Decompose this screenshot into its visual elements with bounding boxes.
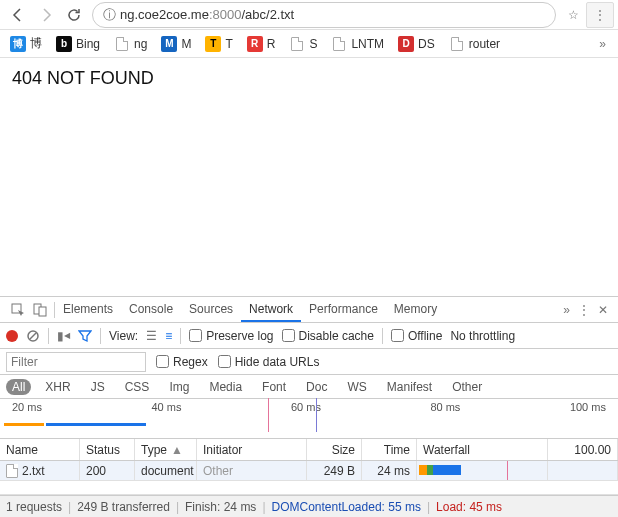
bookmark-item[interactable]: bBing <box>50 33 106 54</box>
tab-memory[interactable]: Memory <box>386 298 445 321</box>
bookmark-label: T <box>225 37 232 51</box>
bookmark-label: R <box>267 37 276 51</box>
row-time: 24 ms <box>362 461 417 480</box>
bookmark-icon <box>449 36 465 52</box>
preserve-log-checkbox[interactable]: Preserve log <box>189 329 273 343</box>
tab-console[interactable]: Console <box>121 298 181 321</box>
address-bar[interactable]: ⓘ ng.coe2coe.me:8000/abc/2.txt <box>92 2 556 28</box>
row-initiator: Other <box>197 461 307 480</box>
type-filter-row: AllXHRJSCSSImgMediaFontDocWSManifestOthe… <box>0 375 618 399</box>
bookmarks-bar: 博博bBingngMMTTRRSLNTMDDSrouter » <box>0 30 618 58</box>
svg-rect-2 <box>39 307 46 316</box>
clear-icon[interactable] <box>26 329 40 343</box>
camera-icon[interactable]: ▮◀ <box>57 329 70 343</box>
page-content: 404 NOT FOUND <box>0 58 618 296</box>
row-name: 2.txt <box>22 464 45 478</box>
addr-path: /abc/2.txt <box>241 7 294 22</box>
tab-sources[interactable]: Sources <box>181 298 241 321</box>
devtools-tabs: ElementsConsoleSourcesNetworkPerformance… <box>0 297 618 323</box>
bookmarks-overflow[interactable]: » <box>591 37 614 51</box>
type-filter-img[interactable]: Img <box>163 379 195 395</box>
offline-checkbox[interactable]: Offline <box>391 329 442 343</box>
view-list-icon[interactable]: ☰ <box>146 329 157 343</box>
menu-button[interactable]: ⋮ <box>586 2 614 28</box>
header-name[interactable]: Name <box>0 439 80 460</box>
file-icon <box>6 464 18 478</box>
bookmark-item[interactable]: MM <box>155 33 197 54</box>
type-filter-manifest[interactable]: Manifest <box>381 379 438 395</box>
page-body-text: 404 NOT FOUND <box>12 68 154 88</box>
row-type: document <box>135 461 197 480</box>
disable-cache-checkbox[interactable]: Disable cache <box>282 329 374 343</box>
type-filter-ws[interactable]: WS <box>341 379 372 395</box>
back-button[interactable] <box>4 2 32 28</box>
bookmark-icon: T <box>205 36 221 52</box>
bookmark-item[interactable]: RR <box>241 33 282 54</box>
type-filter-css[interactable]: CSS <box>119 379 156 395</box>
view-frames-icon[interactable]: ≡ <box>165 329 172 343</box>
bookmark-label: ng <box>134 37 147 51</box>
filter-icon[interactable] <box>78 329 92 343</box>
header-status[interactable]: Status <box>80 439 135 460</box>
devtools-close-icon[interactable]: ✕ <box>598 303 608 317</box>
type-filter-media[interactable]: Media <box>203 379 248 395</box>
type-filter-doc[interactable]: Doc <box>300 379 333 395</box>
network-toolbar: ▮◀ View: ☰ ≡ Preserve log Disable cache … <box>0 323 618 349</box>
header-time[interactable]: Time <box>362 439 417 460</box>
addr-port: :8000 <box>209 7 242 22</box>
type-filter-all[interactable]: All <box>6 379 31 395</box>
filter-row: Regex Hide data URLs <box>0 349 618 375</box>
view-label: View: <box>109 329 138 343</box>
table-row[interactable]: 2.txt 200 document Other 249 B 24 ms <box>0 461 618 481</box>
network-footer: 1 requests| 249 B transferred| Finish: 2… <box>0 495 618 517</box>
tab-elements[interactable]: Elements <box>55 298 121 321</box>
bookmark-item[interactable]: DDS <box>392 33 441 54</box>
bookmark-item[interactable]: S <box>283 33 323 54</box>
foot-finish: Finish: 24 ms <box>185 500 256 514</box>
regex-checkbox[interactable]: Regex <box>156 355 208 369</box>
bookmark-item[interactable]: ng <box>108 33 153 54</box>
header-timeline-end: 100.00 <box>548 439 618 460</box>
bookmark-label: router <box>469 37 500 51</box>
bookmark-item[interactable]: TT <box>199 33 238 54</box>
tab-network[interactable]: Network <box>241 298 301 322</box>
header-initiator[interactable]: Initiator <box>197 439 307 460</box>
timeline-overview[interactable]: 20 ms40 ms60 ms80 ms100 ms <box>0 399 618 439</box>
bookmark-item[interactable]: LNTM <box>325 33 390 54</box>
bookmark-icon: b <box>56 36 72 52</box>
forward-button[interactable] <box>32 2 60 28</box>
bookmark-item[interactable]: 博博 <box>4 33 48 54</box>
bookmark-label: 博 <box>30 35 42 52</box>
throttling-select[interactable]: No throttling <box>450 329 515 343</box>
devtools-menu-icon[interactable]: ⋮ <box>578 303 590 317</box>
record-button[interactable] <box>6 330 18 342</box>
header-waterfall[interactable]: Waterfall <box>417 439 548 460</box>
inspect-icon[interactable] <box>10 302 26 318</box>
reload-button[interactable] <box>60 2 88 28</box>
tab-performance[interactable]: Performance <box>301 298 386 321</box>
type-filter-other[interactable]: Other <box>446 379 488 395</box>
addr-host: ng.coe2coe.me <box>120 7 209 22</box>
type-filter-font[interactable]: Font <box>256 379 292 395</box>
bookmark-label: LNTM <box>351 37 384 51</box>
header-type[interactable]: Type▲ <box>135 439 197 460</box>
hide-urls-checkbox[interactable]: Hide data URLs <box>218 355 320 369</box>
type-filter-xhr[interactable]: XHR <box>39 379 76 395</box>
row-waterfall <box>417 461 548 480</box>
type-filter-js[interactable]: JS <box>85 379 111 395</box>
bookmark-item[interactable]: router <box>443 33 506 54</box>
bookmark-icon: D <box>398 36 414 52</box>
browser-toolbar: ⓘ ng.coe2coe.me:8000/abc/2.txt ☆ ⋮ <box>0 0 618 30</box>
devtools-panel: ElementsConsoleSourcesNetworkPerformance… <box>0 296 618 517</box>
bookmark-icon <box>289 36 305 52</box>
header-size[interactable]: Size <box>307 439 362 460</box>
timeline-tick: 20 ms <box>12 401 42 413</box>
filter-input[interactable] <box>6 352 146 372</box>
bookmark-icon: M <box>161 36 177 52</box>
device-icon[interactable] <box>32 302 48 318</box>
tabs-overflow-icon[interactable]: » <box>563 303 570 317</box>
star-icon[interactable]: ☆ <box>560 8 586 22</box>
foot-transferred: 249 B transferred <box>77 500 170 514</box>
bookmark-label: DS <box>418 37 435 51</box>
timeline-tick: 100 ms <box>570 401 606 413</box>
